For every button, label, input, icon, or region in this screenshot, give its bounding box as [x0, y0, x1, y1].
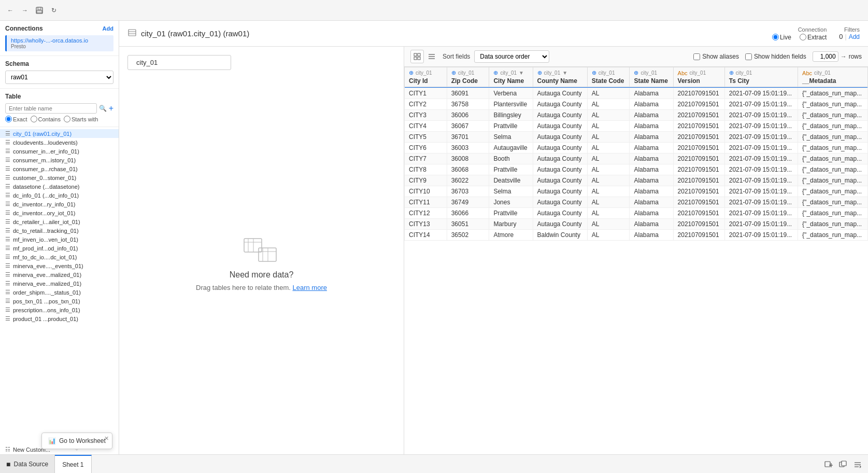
table-item-label: consumer_p...rchase_01): [13, 166, 78, 172]
table-cell: {"_dataos_run_map...: [798, 186, 868, 197]
schema-select[interactable]: raw01: [5, 71, 113, 84]
table-cell: CITY8: [405, 164, 447, 175]
table-cell: Prattville: [489, 208, 533, 219]
connection-options: Connection Live Extract: [772, 26, 827, 41]
table-row-icon: ☰: [5, 315, 10, 322]
svg-rect-21: [825, 462, 830, 467]
table-item[interactable]: ☰mf_to_dc_io....dc_iot_01): [0, 253, 119, 261]
show-aliases-checkbox[interactable]: Show aliases: [693, 53, 739, 60]
table-item-label: mf_to_dc_io....dc_iot_01): [13, 254, 77, 260]
grid-view-button[interactable]: [410, 50, 424, 63]
connection-item[interactable]: https://wholly-...-orca.dataos.io Presto: [5, 35, 113, 51]
show-hidden-fields-checkbox[interactable]: Show hidden fields: [745, 53, 806, 60]
col-source: city_01: [814, 70, 831, 76]
table-item[interactable]: ☰consumer_in...er_info_01): [0, 147, 119, 156]
search-icon[interactable]: 🔍: [99, 105, 107, 112]
table-item[interactable]: ☰prescription...ons_info_01): [0, 305, 119, 314]
forward-button[interactable]: →: [19, 4, 31, 17]
table-cell: Prattville: [489, 164, 533, 175]
table-item[interactable]: ☰dc_to_retail...tracking_01): [0, 226, 119, 235]
filter-starts-with[interactable]: Starts with: [64, 116, 98, 122]
table-item[interactable]: ☰datasetone (...datasetone): [0, 182, 119, 191]
col-name: Zip Code: [451, 77, 485, 85]
filter-contains[interactable]: Contains: [31, 116, 61, 122]
table-row-icon: ☰: [5, 298, 10, 304]
table-cell: Alabama: [630, 197, 673, 208]
table-cell: 202107091501: [673, 175, 724, 186]
table-cell: AL: [587, 110, 630, 121]
table-cell: Billingsley: [489, 110, 533, 121]
canvas-table-box[interactable]: city_01: [127, 55, 231, 70]
table-item[interactable]: ☰order_shipm...._status_01): [0, 288, 119, 297]
table-cell: Verbena: [489, 88, 533, 99]
table-cell: {"_dataos_run_map...: [798, 99, 868, 110]
table-item[interactable]: ☰minerva_eve...._events_01): [0, 261, 119, 270]
refresh-button[interactable]: ↻: [48, 4, 60, 17]
datasource-tab[interactable]: ■ Data Source: [0, 455, 55, 473]
sort-select[interactable]: Data source orderAlphabetic: [474, 50, 549, 63]
table-cell: 2021-07-09 15:01:19...: [724, 121, 798, 132]
table-cell: {"_dataos_run_map...: [798, 121, 868, 132]
table-cell: {"_dataos_run_map...: [798, 219, 868, 230]
filters-add[interactable]: Add: [849, 33, 860, 40]
table-item[interactable]: ☰customer_0...stomer_01): [0, 173, 119, 182]
connections-header: Connections Add: [5, 25, 113, 32]
table-row-icon: ☰: [5, 227, 10, 234]
data-table: ⊕ city_01 City Id ⊕ city_01 Zip Code ⊕ c…: [404, 67, 868, 241]
rows-icon[interactable]: →: [841, 53, 847, 60]
learn-more-link[interactable]: Learn more: [292, 284, 326, 291]
table-item[interactable]: ☰minerva_eve...malized_01): [0, 270, 119, 279]
table-item[interactable]: ☰dc_inventor...ory_iot_01): [0, 208, 119, 217]
table-cell: 2021-07-09 15:01:19...: [724, 186, 798, 197]
table-cell: 36068: [447, 164, 489, 175]
tooltip-close[interactable]: ✕: [104, 435, 109, 442]
table-item[interactable]: ☰dc_info_01 (...dc_info_01): [0, 191, 119, 200]
table-cell: CITY1: [405, 88, 447, 99]
rows-input[interactable]: [813, 51, 838, 62]
sheet-tab[interactable]: Sheet 1: [55, 455, 91, 473]
table-cell: 36006: [447, 110, 489, 121]
col-header: ⊕ city_01 State Name: [630, 67, 673, 87]
table-cell: {"_dataos_run_map...: [798, 230, 868, 241]
connections-add-link[interactable]: Add: [103, 25, 113, 32]
table-item[interactable]: ☰dc_inventor...ry_info_01): [0, 200, 119, 208]
table-item[interactable]: ☰pos_txn_01 ...pos_txn_01): [0, 297, 119, 305]
table-cell: AL: [587, 154, 630, 164]
duplicate-sheet-icon[interactable]: [837, 458, 849, 470]
table-item[interactable]: ☰mf_prod_inf...od_info_01): [0, 244, 119, 253]
live-radio[interactable]: Live: [772, 34, 791, 41]
datasource-label: Data Source: [13, 461, 48, 468]
table-item[interactable]: ☰product_01 ...product_01): [0, 314, 119, 323]
back-button[interactable]: ←: [4, 4, 17, 17]
add-table-icon[interactable]: +: [109, 104, 113, 113]
table-item[interactable]: ☰dc_retailer_i...ailer_iot_01): [0, 217, 119, 226]
col-name: City Name: [493, 77, 528, 85]
table-item[interactable]: ☰minerva_eve...malized_01): [0, 279, 119, 288]
sort-sheets-icon[interactable]: [851, 458, 864, 470]
list-view-button[interactable]: [425, 50, 438, 63]
table-cell: AL: [587, 164, 630, 175]
table-row: CITY836068PrattvilleAutauga CountyALAlab…: [405, 164, 868, 175]
table-cell: AL: [587, 132, 630, 143]
table-cell: CITY6: [405, 143, 447, 154]
table-item[interactable]: ☰consumer_p...rchase_01): [0, 164, 119, 173]
table-search-input[interactable]: [5, 103, 97, 114]
table-item-label: datasetone (...datasetone): [13, 184, 79, 190]
data-table-container[interactable]: ⊕ city_01 City Id ⊕ city_01 Zip Code ⊕ c…: [404, 67, 868, 454]
table-cell: 202107091501: [673, 132, 724, 143]
table-cell: Jones: [489, 197, 533, 208]
table-row: CITY236758PlantersvilleAutauga CountyALA…: [405, 99, 868, 110]
table-item[interactable]: ☰mf_inven_io...ven_iot_01): [0, 235, 119, 244]
save-button[interactable]: [33, 4, 46, 17]
need-more-sub: Drag tables here to relate them. Learn m…: [196, 284, 327, 291]
table-cell: Autauga County: [533, 121, 587, 132]
add-sheet-icon[interactable]: [822, 458, 835, 470]
table-cell: AL: [587, 186, 630, 197]
svg-rect-17: [418, 57, 420, 60]
extract-radio[interactable]: Extract: [800, 34, 827, 41]
col-header: ⊕ city_01 Zip Code: [447, 67, 489, 87]
filter-exact[interactable]: Exact: [5, 116, 27, 122]
table-item[interactable]: ☰cloudevents...loudevents): [0, 138, 119, 147]
table-item[interactable]: ☰consumer_m...istory_01): [0, 156, 119, 164]
table-item[interactable]: ☰city_01 (raw01.city_01): [0, 129, 119, 138]
